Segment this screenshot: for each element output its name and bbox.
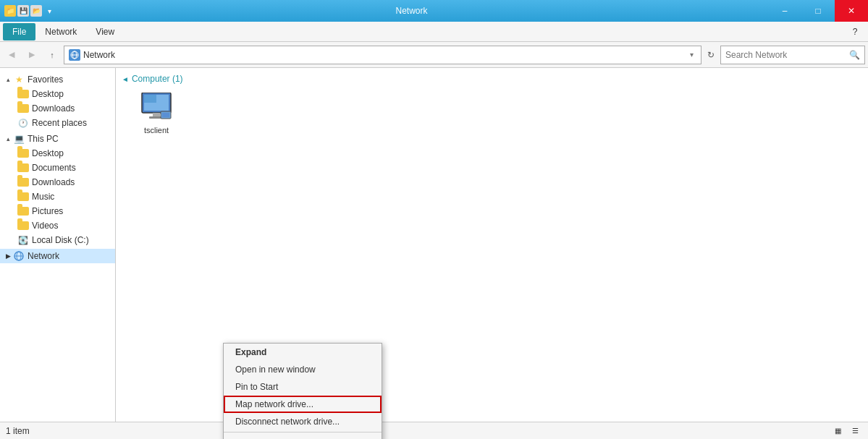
address-dropdown-arrow[interactable]: ▾: [687, 51, 696, 59]
favorites-icon: ★: [13, 74, 25, 85]
downloads-pc-icon: [17, 176, 29, 188]
address-bar: ◀ ▶ ↑ Network ▾ ↻ 🔍: [0, 42, 868, 68]
title-bar-left: 📁 💾 📂 ▾: [4, 5, 55, 17]
view-icon-grid[interactable]: ▦: [830, 425, 845, 438]
svg-rect-12: [162, 113, 169, 117]
sidebar-item-network[interactable]: ▶ Network: [0, 249, 115, 263]
menu-bar: File Network View ?: [0, 22, 868, 42]
sidebar-item-downloads-fav[interactable]: Downloads: [0, 101, 115, 116]
computer-icon: [138, 93, 175, 124]
folder-yellow-icon7: [17, 207, 29, 216]
documents-icon: [17, 162, 29, 174]
svg-rect-8: [144, 95, 156, 103]
folder-yellow-icon6: [17, 192, 29, 201]
sidebar-item-localdisk[interactable]: 💽 Local Disk (C:): [0, 233, 115, 247]
menu-file[interactable]: File: [3, 23, 35, 41]
content-pane: ◄ Computer (1): [116, 68, 868, 422]
up-button[interactable]: ↑: [43, 46, 61, 64]
content-group-header: ◄ Computer (1): [122, 74, 862, 84]
localdisk-icon: 💽: [17, 234, 29, 246]
sidebar-item-desktop-fav[interactable]: Desktop: [0, 87, 115, 101]
folder-yellow-icon: [17, 90, 29, 98]
quick-access-toolbar: 📁 💾 📂 ▾: [4, 5, 55, 17]
window-title: Network: [55, 6, 768, 16]
menu-bar-right: ?: [848, 25, 865, 39]
close-button[interactable]: ✕: [835, 0, 868, 22]
context-menu-map-drive[interactable]: Map network drive...: [224, 396, 382, 413]
sidebar-item-downloads-pc[interactable]: Downloads: [0, 175, 115, 189]
menu-network[interactable]: Network: [35, 23, 86, 41]
grid-item-tsclient[interactable]: tsclient: [130, 90, 182, 137]
thispc-icon: 💻: [13, 133, 25, 145]
pictures-icon: [17, 205, 29, 217]
content-group-label: Computer (1): [132, 74, 183, 84]
network-icon: [13, 250, 25, 262]
sidebar-thispc-header[interactable]: ▴ 💻 This PC: [0, 132, 115, 146]
title-bar: 📁 💾 📂 ▾ Network – □ ✕: [0, 0, 868, 22]
folder-yellow-icon4: [17, 163, 29, 172]
context-menu-separator: [224, 432, 382, 432]
address-path: Network: [83, 50, 687, 60]
save-icon: 💾: [17, 5, 29, 17]
folder-yellow-icon2: [17, 104, 29, 113]
search-icon[interactable]: 🔍: [849, 50, 860, 60]
context-menu-expand[interactable]: Expand: [224, 344, 382, 361]
sidebar-favorites-header[interactable]: ▴ ★ Favorites: [0, 72, 115, 87]
maximize-button[interactable]: □: [801, 0, 835, 22]
sidebar-item-documents[interactable]: Documents: [0, 161, 115, 175]
music-icon: [17, 191, 29, 203]
context-menu: Expand Open in new window Pin to Start M…: [223, 343, 382, 439]
search-input[interactable]: [725, 50, 849, 60]
status-count: 1 item: [6, 426, 30, 436]
sidebar-item-pictures[interactable]: Pictures: [0, 204, 115, 218]
folder-icon: 📁: [4, 5, 16, 17]
network-label: Network: [28, 251, 59, 261]
help-button[interactable]: ?: [848, 25, 862, 39]
sidebar-item-music[interactable]: Music: [0, 189, 115, 204]
desktop-fav-icon: [17, 88, 29, 100]
folder-yellow-icon8: [17, 221, 29, 230]
sidebar: ▴ ★ Favorites Desktop Downloads 🕐: [0, 68, 116, 422]
status-bar-right: ▦ ☰: [830, 425, 862, 438]
star-icon: ★: [15, 74, 23, 85]
content-expand-arrow: ◄: [122, 75, 129, 83]
minimize-button[interactable]: –: [768, 0, 801, 22]
back-button[interactable]: ◀: [3, 46, 20, 64]
search-box[interactable]: 🔍: [720, 46, 865, 64]
videos-icon: [17, 220, 29, 231]
view-icon-list[interactable]: ☰: [848, 425, 862, 438]
grid-item-label-tsclient: tsclient: [144, 126, 169, 135]
new-folder-icon: 📂: [30, 5, 42, 17]
sidebar-item-recent-places[interactable]: 🕐 Recent places: [0, 116, 115, 130]
main-area: ▴ ★ Favorites Desktop Downloads 🕐: [0, 68, 868, 422]
thispc-label: This PC: [28, 134, 59, 144]
downloads-fav-icon: [17, 103, 29, 114]
address-box[interactable]: Network ▾: [64, 46, 701, 64]
context-menu-disconnect-drive[interactable]: Disconnect network drive...: [224, 413, 382, 430]
quick-access-dropdown[interactable]: ▾: [43, 5, 55, 17]
sidebar-group-thispc: ▴ 💻 This PC Desktop Documents: [0, 132, 115, 247]
sidebar-group-favorites: ▴ ★ Favorites Desktop Downloads 🕐: [0, 72, 115, 130]
folder-yellow-icon3: [17, 149, 29, 158]
sidebar-item-desktop-pc[interactable]: Desktop: [0, 146, 115, 161]
window-controls: – □ ✕: [768, 0, 868, 22]
network-expand-arrow: ▶: [3, 252, 13, 260]
recent-places-icon: 🕐: [17, 117, 29, 129]
item-grid: tsclient: [122, 90, 862, 137]
status-bar: 1 item ▦ ☰: [0, 422, 868, 439]
sidebar-item-videos[interactable]: Videos: [0, 218, 115, 233]
folder-yellow-icon5: [17, 178, 29, 187]
favorites-label: Favorites: [28, 74, 63, 85]
desktop-pc-icon: [17, 148, 29, 159]
menu-view[interactable]: View: [86, 23, 124, 41]
favorites-expand-arrow: ▴: [3, 76, 13, 83]
context-menu-open-new-window[interactable]: Open in new window: [224, 361, 382, 378]
forward-button[interactable]: ▶: [23, 46, 41, 64]
context-menu-pin-to-start[interactable]: Pin to Start: [224, 378, 382, 396]
address-network-icon: [69, 49, 80, 61]
svg-rect-9: [153, 113, 160, 116]
refresh-button[interactable]: ↻: [704, 50, 717, 60]
thispc-expand-arrow: ▴: [3, 135, 13, 142]
context-menu-delete[interactable]: Delete: [224, 434, 382, 439]
